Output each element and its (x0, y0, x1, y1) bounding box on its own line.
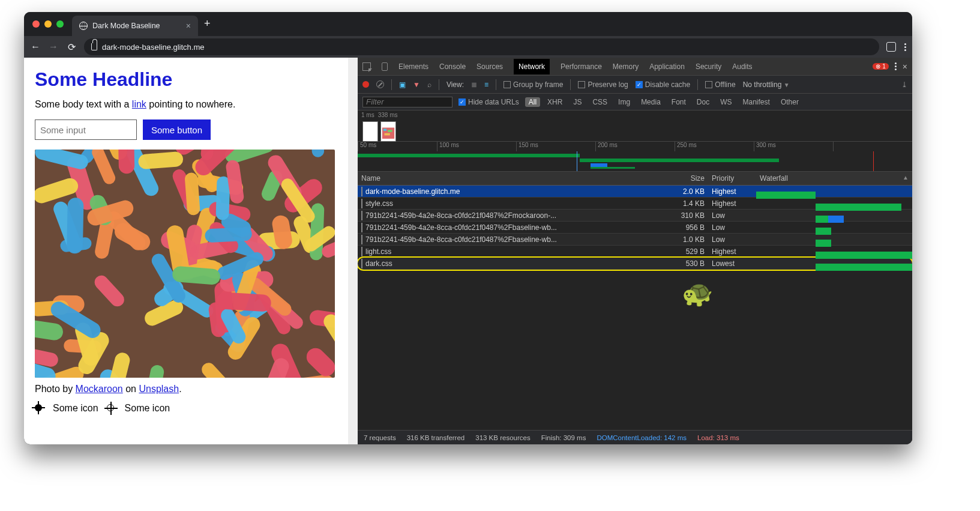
credit-site-link[interactable]: Unsplash (139, 384, 179, 394)
file-name: 791b2241-459b-4a2e-8cca-c0fdc21f0487%2Fb… (365, 223, 557, 232)
timeline-tick: 300 ms (754, 142, 833, 151)
tab-title: Dark Mode Baseline (92, 22, 160, 30)
profile-icon[interactable] (886, 42, 896, 52)
devtools-tabs: Elements Console Sources Network Perform… (358, 58, 912, 76)
large-rows-icon[interactable]: ≣ (471, 80, 477, 89)
filmstrip-frame-2[interactable] (380, 121, 396, 142)
close-devtools-icon[interactable]: × (903, 62, 907, 71)
tab-performance[interactable]: Performance (561, 62, 602, 71)
hide-data-urls-checkbox[interactable]: ✓Hide data URLs (458, 98, 519, 106)
network-row[interactable]: dark-mode-baseline.glitch.me2.0 KBHighes… (358, 186, 912, 198)
close-window-icon[interactable] (32, 20, 40, 28)
tab-application[interactable]: Application (649, 62, 685, 71)
screenshot-icon[interactable]: ▣ (399, 80, 406, 89)
page-viewport: Some Headline Some body text with a link… (24, 58, 348, 444)
tab-sources[interactable]: Sources (476, 62, 503, 71)
file-priority: Low (708, 233, 756, 246)
clear-icon[interactable] (376, 80, 384, 88)
close-tab-icon[interactable]: × (186, 21, 191, 31)
maximize-window-icon[interactable] (56, 20, 64, 28)
credit-author-link[interactable]: Mockaroon (76, 384, 123, 394)
status-resources: 313 KB resources (475, 434, 530, 441)
menu-icon[interactable] (904, 43, 906, 51)
error-count: 1 (882, 63, 886, 70)
type-chip-img[interactable]: Img (615, 97, 634, 107)
type-chip-xhr[interactable]: XHR (544, 97, 566, 107)
device-icon[interactable] (382, 62, 388, 71)
titlebar: Dark Mode Baseline × + (24, 12, 912, 36)
type-chip-other[interactable]: Other (777, 97, 802, 107)
preserve-log-checkbox[interactable]: Preserve log (578, 80, 628, 89)
file-name: dark.css (365, 259, 392, 268)
throttling-select[interactable]: No throttling ▼ (743, 80, 790, 89)
new-tab-button[interactable]: + (204, 17, 211, 31)
table-body: dark-mode-baseline.glitch.me2.0 KBHighes… (358, 186, 912, 430)
waterfall-cell (756, 189, 912, 194)
table-header: Name Size Priority Waterfall▲ (358, 172, 912, 186)
tab-elements[interactable]: Elements (398, 62, 428, 71)
network-row[interactable]: style.css1.4 KBHighest (358, 198, 912, 210)
credit-pre: Photo by (35, 384, 76, 394)
type-chip-doc[interactable]: Doc (693, 97, 713, 107)
file-size: 310 KB (648, 209, 708, 222)
overview-timeline[interactable]: 50 ms100 ms150 ms200 ms250 ms300 ms (358, 142, 912, 172)
type-chip-ws[interactable]: WS (717, 97, 735, 107)
tab-network[interactable]: Network (514, 59, 550, 74)
tab-memory[interactable]: Memory (613, 62, 639, 71)
status-requests: 7 requests (364, 434, 396, 441)
network-row[interactable]: 791b2241-459b-4a2e-8cca-c0fdc21f0487%2Fm… (358, 210, 912, 222)
type-chip-manifest[interactable]: Manifest (739, 97, 774, 107)
network-row[interactable]: 791b2241-459b-4a2e-8cca-c0fdc21f0487%2Fb… (358, 222, 912, 234)
browser-toolbar: ← → ⟳ dark-mode-baseline.glitch.me (24, 36, 912, 58)
address-bar[interactable]: dark-mode-baseline.glitch.me (84, 38, 879, 55)
file-size: 530 B (648, 257, 708, 270)
filter-toggle-icon[interactable]: ▼ (413, 80, 420, 89)
body-text-post: pointing to nowhere. (146, 99, 236, 109)
network-row[interactable]: light.css529 BHighest (358, 246, 912, 258)
type-chip-css[interactable]: CSS (589, 97, 611, 107)
back-icon[interactable]: ← (30, 41, 41, 52)
document-file-icon (361, 259, 362, 268)
turtle-icon: 🐢 (682, 279, 713, 308)
tab-security[interactable]: Security (696, 62, 721, 71)
offline-checkbox[interactable]: Offline (705, 80, 735, 89)
group-by-frame-checkbox[interactable]: Group by frame (504, 80, 563, 89)
body-link[interactable]: link (132, 99, 146, 109)
image-file-icon (361, 211, 362, 220)
upload-har-icon[interactable]: ⤓ (901, 80, 907, 89)
type-chip-media[interactable]: Media (637, 97, 664, 107)
reload-icon[interactable]: ⟳ (66, 41, 77, 53)
search-icon[interactable]: ⌕ (427, 80, 431, 89)
col-waterfall[interactable]: Waterfall▲ (756, 172, 912, 185)
filmstrip-frame-1[interactable] (362, 121, 378, 142)
devtools-menu-icon[interactable] (895, 62, 897, 70)
waterfall-cell (756, 201, 912, 206)
browser-tab[interactable]: Dark Mode Baseline × (72, 16, 198, 36)
col-size[interactable]: Size (648, 172, 708, 185)
page-scrollbar[interactable] (348, 58, 358, 444)
error-badge[interactable]: ⊗ 1 (873, 63, 888, 70)
type-chip-js[interactable]: JS (570, 97, 585, 107)
inspect-icon[interactable] (362, 62, 371, 71)
page-button[interactable]: Some button (143, 119, 211, 140)
minimize-window-icon[interactable] (44, 20, 52, 28)
forward-icon[interactable]: → (48, 41, 59, 52)
tab-audits[interactable]: Audits (732, 62, 752, 71)
icon-row: Some icon Some icon (35, 403, 337, 414)
disable-cache-checkbox[interactable]: ✓Disable cache (636, 80, 690, 89)
page-input[interactable] (35, 119, 137, 140)
filter-input[interactable] (362, 97, 452, 107)
tab-console[interactable]: Console (439, 62, 466, 71)
waterfall-icon[interactable]: ≡ (484, 80, 488, 89)
filmstrip-time: 1 ms (361, 112, 374, 118)
document-file-icon (361, 187, 362, 196)
network-row[interactable]: dark.css530 BLowest (358, 258, 912, 270)
network-row[interactable]: 791b2241-459b-4a2e-8cca-c0fdc21f0487%2Fb… (358, 234, 912, 246)
record-icon[interactable] (362, 81, 369, 88)
col-priority[interactable]: Priority (708, 172, 756, 185)
type-chip-all[interactable]: All (525, 97, 540, 107)
col-name[interactable]: Name (358, 172, 648, 185)
type-chip-font[interactable]: Font (668, 97, 690, 107)
filmstrip: 1 ms338 ms (358, 110, 912, 142)
file-priority: Lowest (708, 257, 756, 270)
